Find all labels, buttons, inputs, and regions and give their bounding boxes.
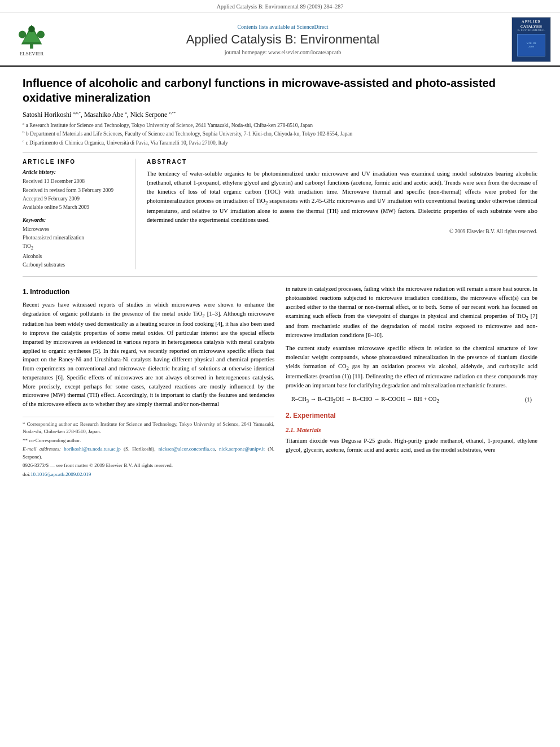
reaction-number: (1) [525, 395, 532, 404]
svg-point-5 [28, 26, 35, 33]
received-date: Received 13 December 2008 [23, 177, 126, 186]
email-link-2[interactable]: nickser@alcor.concordia.ca [159, 446, 215, 452]
available-date: Available online 5 March 2009 [23, 203, 126, 212]
sciencedirect-link: Contents lists available at ScienceDirec… [65, 24, 500, 30]
reaction-equation-text: R–CH3 → R–CH2OH → R–CHO → R–COOH → RH + … [291, 395, 439, 405]
footnote-1: * Corresponding author at: Research Inst… [23, 421, 274, 436]
footnote-2: ** co-Corresponding author. [23, 437, 274, 445]
elsevier-logo: ELSEVIER [9, 23, 54, 56]
svg-point-3 [19, 30, 26, 38]
materials-paragraph: Titanium dioxide was Degussa P-25 grade.… [286, 436, 537, 455]
svg-point-4 [37, 30, 45, 38]
journal-cover-image: APPLIED CATALYSIS B: ENVIRONMENTAL VOL 8… [511, 17, 551, 62]
footnote-doi: doi:10.1016/j.apcatb.2009.02.019 [23, 471, 274, 479]
affiliation-a: a a Research Institute for Science and T… [23, 121, 537, 129]
top-bar: Applied Catalysis B: Environmental 89 (2… [0, 0, 560, 12]
intro-paragraph-3: The current study examines microwave spe… [286, 344, 537, 390]
email-link-3[interactable]: nick.serpone@unipv.it [219, 446, 265, 452]
keyword-5: Carbonyl substrates [23, 261, 126, 269]
article-history-label: Article history: [23, 169, 126, 175]
copyright-text: © 2009 Elsevier B.V. All rights reserved… [147, 229, 537, 234]
keyword-4: Alcohols [23, 252, 126, 261]
body-left-col: 1. Introduction Recent years have witnes… [23, 285, 274, 479]
affiliations: a a Research Institute for Science and T… [23, 121, 537, 147]
reaction-equation-row: R–CH3 → R–CH2OH → R–CHO → R–COOH → RH + … [286, 395, 537, 405]
materials-heading: 2.1. Materials [286, 425, 537, 435]
intro-paragraph-2: in nature in catalyzed processes, failin… [286, 285, 537, 339]
section-divider-1 [23, 152, 537, 153]
keyword-2: Photoassisted mineralization [23, 234, 126, 242]
received-revised-date: Received in revised form 3 February 2009 [23, 186, 126, 195]
intro-paragraph-1: Recent years have witnessed reports of s… [23, 300, 274, 408]
doi-link[interactable]: 10.1016/j.apcatb.2009.02.019 [30, 471, 91, 477]
journal-citation: Applied Catalysis B: Environmental 89 (2… [217, 3, 343, 10]
article-info-label: ARTICLE INFO [23, 159, 126, 165]
journal-homepage: journal homepage: www.elsevier.com/locat… [65, 49, 500, 55]
article-info-column: ARTICLE INFO Article history: Received 1… [23, 159, 135, 269]
email-link-1[interactable]: horikoshi@rs.noda.tus.ac.jp [64, 446, 121, 452]
journal-header: ELSEVIER Contents lists available at Sci… [0, 12, 560, 67]
accepted-date: Accepted 9 February 2009 [23, 195, 126, 203]
footnote-emails: E-mail addresses: horikoshi@rs.noda.tus.… [23, 445, 274, 461]
authors-text: Satoshi Horikoshi a,b,*, Masahiko Abe a,… [23, 111, 176, 119]
abstract-label: ABSTRACT [147, 159, 537, 165]
footnote-issn: 0926-3373/$ — see front matter © 2009 El… [23, 462, 274, 470]
elsevier-label: ELSEVIER [20, 51, 44, 56]
article-info-abstract: ARTICLE INFO Article history: Received 1… [23, 159, 537, 269]
journal-title: Applied Catalysis B: Environmental [65, 32, 500, 47]
abstract-column: ABSTRACT The tendency of water-soluble o… [147, 159, 537, 269]
affiliation-b: b b Department of Materials and Life Sci… [23, 130, 537, 138]
elsevier-tree-icon [15, 23, 48, 50]
footnote-area: * Corresponding author at: Research Inst… [23, 417, 274, 479]
page: Applied Catalysis B: Environmental 89 (2… [0, 0, 560, 747]
affiliation-c: c c Dipartimento di Chimica Organica, Un… [23, 139, 537, 147]
experimental-heading: 2. Experimental [286, 410, 537, 421]
abstract-text: The tendency of water-soluble organics t… [147, 169, 537, 224]
authors: Satoshi Horikoshi a,b,*, Masahiko Abe a,… [23, 111, 537, 119]
keyword-3: TiO2 [23, 242, 126, 252]
article-title: Influence of alcoholic and carbonyl func… [23, 76, 537, 105]
main-content: Influence of alcoholic and carbonyl func… [0, 67, 560, 488]
keyword-1: Microwaves [23, 225, 126, 234]
section-divider-2 [23, 276, 537, 277]
keywords-label: Keywords: [23, 217, 126, 223]
body-right-col: in nature in catalyzed processes, failin… [286, 285, 537, 479]
journal-header-center: Contents lists available at ScienceDirec… [54, 24, 511, 55]
sciencedirect-text[interactable]: ScienceDirect [296, 24, 328, 30]
body-content: 1. Introduction Recent years have witnes… [23, 285, 537, 479]
intro-heading: 1. Introduction [23, 287, 274, 297]
